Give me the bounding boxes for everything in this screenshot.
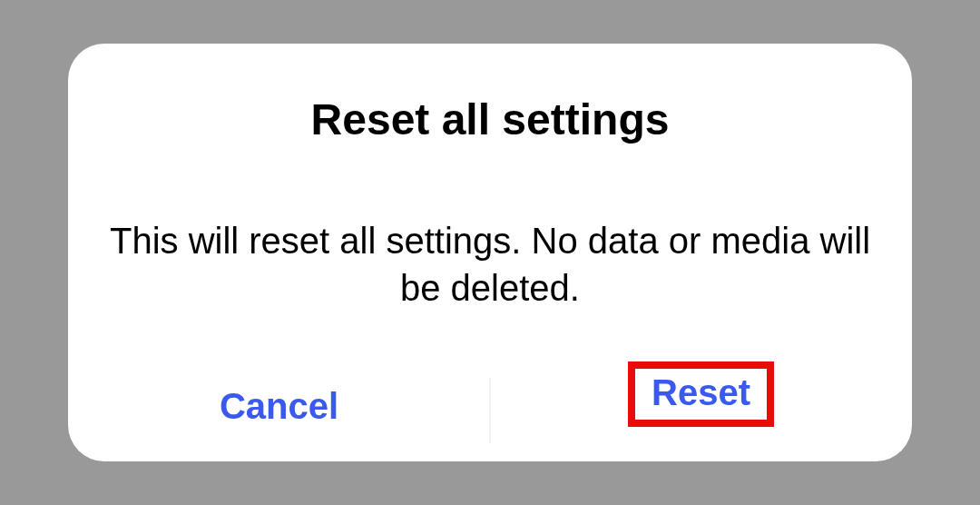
dialog-actions: Cancel Reset	[68, 312, 912, 461]
dialog-title: Reset all settings	[68, 94, 912, 144]
confirm-dialog: Reset all settings This will reset all s…	[68, 44, 912, 461]
action-divider	[490, 378, 491, 443]
cancel-button[interactable]: Cancel	[68, 373, 490, 440]
reset-button-label: Reset	[628, 361, 774, 427]
reset-button[interactable]: Reset	[490, 349, 912, 440]
dialog-body-text: This will reset all settings. No data or…	[68, 217, 912, 312]
